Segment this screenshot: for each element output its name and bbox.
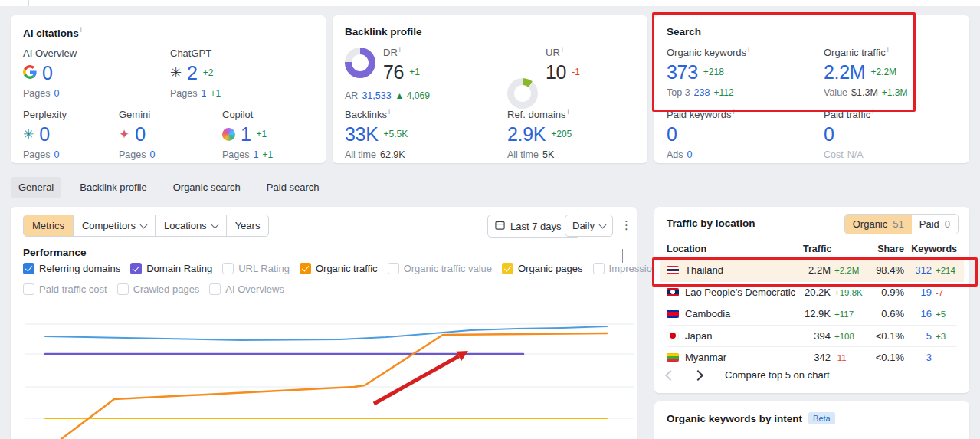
share-value: <0.1% bbox=[866, 330, 904, 342]
organic-traffic-value[interactable]: 2.2M bbox=[824, 61, 865, 84]
keywords-change: +3 bbox=[936, 332, 957, 341]
pages-value[interactable]: 0 bbox=[54, 149, 59, 160]
share-value: 98.4% bbox=[866, 264, 904, 276]
metric-value[interactable]: 0 bbox=[135, 123, 146, 146]
column-location[interactable]: Location bbox=[667, 244, 797, 254]
traffic-change: +117 bbox=[834, 310, 854, 319]
locations-label: Locations bbox=[164, 220, 207, 231]
previous-page-button[interactable] bbox=[665, 369, 676, 380]
cost-label: Cost bbox=[824, 149, 844, 160]
checkbox-domain-rating[interactable]: Domain Rating bbox=[130, 263, 212, 274]
pages-label: Pages bbox=[23, 88, 50, 99]
column-share[interactable]: Share bbox=[866, 244, 904, 254]
checkbox-impressions[interactable]: Impressions bbox=[593, 263, 663, 274]
location-name: Lao People's Democratic Reput bbox=[685, 287, 797, 298]
metrics-button[interactable]: Metrics bbox=[24, 215, 73, 236]
pages-value[interactable]: 1 bbox=[201, 88, 206, 99]
table-row-cambodia[interactable]: Cambodia 12.9K+117 0.6% 16+5 bbox=[667, 303, 957, 326]
locations-dropdown[interactable]: Locations bbox=[155, 215, 226, 236]
dr-label: DR bbox=[383, 47, 398, 58]
metric-value[interactable]: 2 bbox=[187, 62, 198, 84]
checkbox-organic-traffic[interactable]: Organic traffic bbox=[300, 263, 378, 274]
checkbox-paid-traffic-cost[interactable]: Paid traffic cost bbox=[23, 283, 107, 295]
column-keywords[interactable]: Keywords bbox=[904, 244, 957, 254]
organic-toggle-button[interactable]: Organic51 bbox=[845, 215, 912, 234]
organic-toggle-label: Organic bbox=[853, 218, 888, 230]
metric-checkbox-row-1: Referring domains Domain Rating URL Rati… bbox=[23, 263, 736, 274]
ref-domains-value[interactable]: 2.9K bbox=[507, 123, 546, 146]
checkbox-label: URL Rating bbox=[238, 263, 290, 274]
traffic-value: 20.2K bbox=[797, 287, 831, 298]
location-name: Myanmar bbox=[685, 352, 726, 363]
beta-badge: Beta bbox=[808, 412, 835, 424]
checkbox-icon bbox=[222, 263, 234, 274]
checkbox-label: Referring domains bbox=[39, 263, 120, 274]
tab-backlink-profile[interactable]: Backlink profile bbox=[72, 177, 154, 198]
traffic-value: 342 bbox=[797, 352, 831, 363]
table-row-japan[interactable]: Japan 394+108 <0.1% 5+3 bbox=[667, 326, 957, 348]
checkbox-ai-overviews[interactable]: AI Overviews bbox=[209, 283, 284, 295]
checkbox-organic-traffic-value[interactable]: Organic traffic value bbox=[388, 263, 492, 274]
keywords-value[interactable]: 312 bbox=[915, 264, 932, 276]
metric-change: +2 bbox=[203, 67, 214, 78]
cambodia-flag-icon bbox=[667, 310, 679, 318]
checkbox-organic-pages[interactable]: Organic pages bbox=[502, 263, 583, 274]
metric-value[interactable]: 1 bbox=[241, 123, 251, 146]
ar-value[interactable]: 31,533 bbox=[362, 90, 391, 101]
ai-overview-metric: AI Overview 0 Pages0 bbox=[23, 48, 77, 99]
paid-keywords-metric: Paid keywordsi 0 Ads0 bbox=[667, 108, 735, 160]
paid-traffic-metric: Paid traffici 0 CostN/A bbox=[824, 108, 873, 160]
checkbox-label: AI Overviews bbox=[225, 283, 284, 295]
column-traffic[interactable]: Traffic bbox=[797, 244, 866, 254]
share-value: 0.9% bbox=[866, 287, 904, 298]
organic-keywords-value[interactable]: 373 bbox=[667, 61, 698, 84]
more-options-button[interactable]: ⋮ bbox=[621, 219, 632, 231]
value-label: Value bbox=[824, 87, 847, 98]
granularity-dropdown[interactable]: Daily bbox=[565, 215, 613, 237]
collapse-section-button[interactable] bbox=[622, 249, 623, 263]
dr-value: 76 bbox=[383, 61, 404, 84]
keywords-value[interactable]: 16 bbox=[921, 308, 932, 319]
table-row-thailand[interactable]: Thailand 2.2M+2.2M 98.4% 312+214 bbox=[660, 260, 964, 282]
metric-value[interactable]: 0 bbox=[42, 62, 53, 84]
table-row-laos[interactable]: Lao People's Democratic Reput 20.2K+19.8… bbox=[667, 282, 957, 304]
paid-traffic-value[interactable]: 0 bbox=[824, 123, 834, 146]
organic-keywords-label: Organic keywords bbox=[667, 47, 746, 58]
top3-label: Top 3 bbox=[667, 87, 690, 98]
years-button[interactable]: Years bbox=[226, 215, 269, 236]
keywords-value[interactable]: 19 bbox=[921, 287, 932, 298]
checkbox-crawled-pages[interactable]: Crawled pages bbox=[117, 283, 200, 295]
performance-chart bbox=[11, 306, 637, 439]
table-row-myanmar[interactable]: Myanmar 342-11 <0.1% 3 bbox=[667, 347, 957, 369]
pages-value[interactable]: 0 bbox=[149, 149, 155, 160]
keywords-value[interactable]: 5 bbox=[926, 330, 932, 342]
checkbox-url-rating[interactable]: URL Rating bbox=[222, 263, 290, 274]
backlinks-value[interactable]: 33K bbox=[345, 123, 379, 146]
copilot-metric: Copilot 1 +1 Pages1+1 bbox=[222, 109, 273, 160]
compare-top5-link[interactable]: Compare top 5 on chart bbox=[725, 369, 830, 381]
metric-label: ChatGPT bbox=[170, 48, 221, 59]
competitors-dropdown[interactable]: Competitors bbox=[73, 215, 155, 236]
pages-value[interactable]: 1 bbox=[253, 149, 258, 160]
pages-change: +1 bbox=[210, 88, 221, 99]
perplexity-metric: Perplexity ✳ 0 Pages0 bbox=[23, 109, 67, 160]
checkbox-icon bbox=[209, 283, 221, 295]
checkbox-referring-domains[interactable]: Referring domains bbox=[23, 263, 120, 274]
info-icon: i bbox=[80, 26, 82, 34]
tab-general[interactable]: General bbox=[11, 177, 61, 198]
next-page-button[interactable] bbox=[693, 369, 703, 380]
pages-value[interactable]: 0 bbox=[54, 88, 59, 99]
paid-toggle-button[interactable]: Paid0 bbox=[912, 215, 958, 234]
top3-change: +112 bbox=[713, 87, 733, 98]
ads-value[interactable]: 0 bbox=[687, 149, 693, 160]
location-name: Thailand bbox=[685, 264, 723, 276]
info-icon: i bbox=[388, 108, 390, 116]
keywords-value[interactable]: 3 bbox=[926, 352, 932, 363]
ur-label: UR bbox=[546, 47, 560, 58]
ar-change: ▲ 4,069 bbox=[395, 90, 430, 101]
tab-organic-search[interactable]: Organic search bbox=[166, 177, 248, 198]
top3-value[interactable]: 238 bbox=[694, 87, 710, 98]
tab-paid-search[interactable]: Paid search bbox=[259, 177, 327, 198]
paid-keywords-value[interactable]: 0 bbox=[667, 123, 677, 146]
metric-value[interactable]: 0 bbox=[39, 123, 50, 146]
